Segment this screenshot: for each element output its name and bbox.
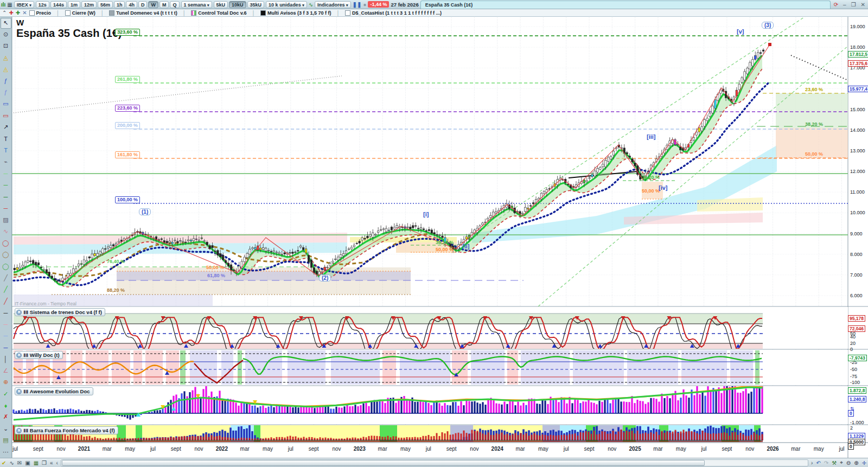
time-label-2023: 2023: [354, 446, 366, 452]
panel-close-icon[interactable]: ✕: [16, 310, 22, 315]
price-tick-10.000: 10.000: [850, 210, 865, 215]
fib-extension-label-4: 161,80 %: [115, 151, 140, 158]
panel-close-icon[interactable]: ✕: [16, 389, 22, 394]
time-label-nov: nov: [608, 446, 616, 452]
fib-level-label-8: 23,60 %: [805, 87, 823, 92]
time-label-jul: jul: [564, 446, 569, 452]
collapse-left-icon[interactable]: «: [50, 460, 53, 466]
panel0-tick-40: 40: [850, 334, 856, 340]
time-label-may: may: [263, 446, 273, 452]
fib-level-label-5: 50,00 %: [436, 247, 454, 252]
fib-level-label-4: 38,20 %: [436, 240, 454, 245]
time-label-2022: 2022: [216, 446, 228, 452]
time-label-nov: nov: [332, 446, 341, 452]
panel-close-icon[interactable]: ✕: [16, 428, 22, 433]
wave-label-iv: [iv]: [659, 184, 668, 191]
panel-header-3[interactable]: ✕▮▮Barra Fuerza Fondo Mercado v4 (f): [15, 426, 118, 434]
wave-label-iii: [iii]: [647, 133, 656, 140]
last-price-marker: [768, 43, 771, 46]
panel-icon: ▮▮: [23, 389, 28, 394]
horizontal-scrollbar[interactable]: [61, 459, 808, 466]
price-tick-18.000: 18.000: [850, 44, 865, 50]
scrollbar-thumb[interactable]: [62, 460, 705, 466]
panel-header-0[interactable]: ✕▮▮Sistema de trenes Doc v4 (f f): [15, 308, 105, 316]
panel-icon: ▮▮: [23, 428, 28, 433]
time-label-sept: sept: [584, 446, 595, 452]
price-tick-8.000: 8.000: [850, 252, 863, 257]
fib-level-label-9: 38,20 %: [805, 121, 823, 127]
zoom-out-icon[interactable]: ⊖: [846, 460, 851, 466]
time-label-2021: 2021: [78, 446, 90, 452]
fib-extension-label-2: 223,60 %: [115, 105, 140, 112]
price-tick-15.000: 15.000: [850, 107, 865, 112]
time-label-sept: sept: [33, 446, 43, 452]
time-label-jul: jul: [288, 446, 293, 452]
panel0-marker-0: 95,178: [848, 315, 865, 322]
panel-sistema-trenes: [12, 307, 848, 351]
panel1-tick--100: -100: [850, 380, 860, 385]
panel-icon: ▮▮: [23, 310, 28, 315]
panel0-marker-1: 72,046: [848, 325, 865, 332]
app-window: { "titlebar": { "symbol_selector": "IBEX…: [0, 0, 868, 467]
main-chart: [12, 11, 848, 306]
panel3-tick-2: 2: [850, 425, 853, 431]
chat-icon[interactable]: ✉: [17, 460, 22, 466]
time-label-2025: 2025: [629, 446, 641, 452]
fib-level-label-10: 50,00 %: [805, 151, 823, 157]
window-icon[interactable]: ❐: [42, 460, 47, 466]
time-label-sept: sept: [722, 446, 732, 452]
panel1-tick--50: -50: [850, 367, 857, 372]
time-label-sept: sept: [309, 446, 319, 452]
logo-icon[interactable]: ✔: [2, 460, 6, 466]
wave-label-i: [i]: [423, 211, 429, 217]
share-icon[interactable]: ∿: [9, 460, 14, 466]
chart-title: España 35 Cash (1€): [16, 27, 122, 40]
wave-label-v: [v]: [737, 28, 744, 35]
time-label-may: may: [125, 446, 135, 452]
price-marker-1: 17.375,6: [848, 60, 868, 67]
panel-close-icon[interactable]: ✕: [16, 353, 22, 358]
fib-level-label-1: 50,00 %: [206, 265, 224, 270]
fib-level-label-7: 50,00 %: [642, 188, 660, 194]
chart-canvas: [0, 0, 868, 467]
time-label-nov: nov: [745, 446, 754, 452]
wave-label-2: (2): [319, 274, 331, 282]
price-marker-2: 15.977,4: [848, 86, 868, 92]
wave-label-1: (1): [139, 208, 151, 215]
scroll-right-icon[interactable]: ›: [811, 460, 813, 466]
panel-willy: [12, 350, 848, 385]
image-icon[interactable]: ▣: [25, 460, 30, 466]
time-label-mar: mar: [791, 446, 800, 452]
timeframe-label: W: [16, 18, 24, 27]
list-windows-icon[interactable]: ▦: [34, 460, 39, 466]
scroll-left-icon[interactable]: ‹: [56, 460, 58, 466]
price-tick-6.000: 6.000: [850, 293, 863, 298]
panel-header-1[interactable]: ✕▮▮Willy Doc (t): [15, 351, 63, 359]
time-label-mar: mar: [240, 446, 250, 452]
panel1-marker-0: -7,9743: [848, 355, 867, 361]
time-label-jul: jul: [839, 446, 845, 452]
panel-icon: ▮▮: [23, 353, 28, 357]
redo-icon[interactable]: ↷: [824, 460, 828, 466]
time-label-2026: 2026: [767, 446, 778, 452]
time-label-nov: nov: [470, 446, 478, 452]
panel-header-2[interactable]: ✕▮▮Awesome Evolution Doc: [15, 387, 93, 395]
time-label-sept: sept: [446, 446, 457, 452]
fib-level-label-2: 61,80 %: [207, 273, 225, 278]
panel-awesome: [12, 380, 848, 424]
eraser-icon[interactable]: ⚒: [832, 460, 837, 466]
fib-extension-label-0: 323,60 %: [115, 29, 140, 36]
zoom-in-icon[interactable]: ⊕: [854, 460, 858, 466]
price-tick-9.000: 9.000: [850, 231, 863, 236]
fib-extension-label-5: 100,00 %: [115, 196, 140, 203]
zoom-drag-icon[interactable]: ⌖: [840, 459, 843, 466]
time-label-may: may: [814, 446, 824, 452]
time-label-may: may: [676, 446, 686, 452]
time-label-jul: jul: [12, 446, 18, 452]
pointer-mode-icon[interactable]: ✛: [862, 460, 866, 466]
time-label-mar: mar: [515, 446, 525, 452]
price-marker-0: 17.812,5: [848, 51, 868, 57]
fib-extension-label-3: 200,00 %: [115, 122, 140, 129]
price-tick-14.000: 14.000: [850, 127, 865, 133]
undo-icon[interactable]: ↶: [816, 460, 820, 466]
